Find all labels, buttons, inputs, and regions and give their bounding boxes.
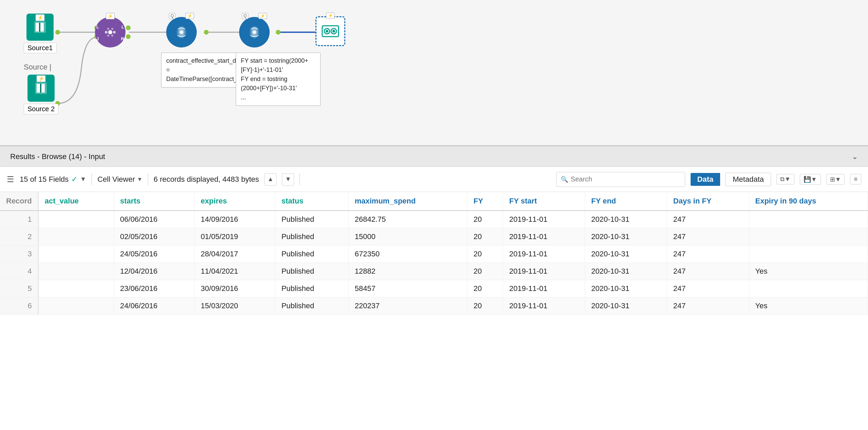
cell-record: 3: [0, 246, 38, 263]
metadata-tab-btn[interactable]: Metadata: [726, 173, 771, 186]
cell-days_in_fy: 247: [667, 297, 749, 315]
svg-point-24: [105, 31, 108, 34]
cell-status: Published: [275, 297, 348, 315]
cell-fy_start: 2019-11-01: [503, 211, 585, 228]
cell-expiry_90: [749, 280, 868, 297]
cell-days_in_fy: 247: [667, 263, 749, 280]
cell-status: Published: [275, 228, 348, 246]
join-R-top: L: [121, 24, 124, 30]
source2-book-icon: [33, 80, 50, 97]
table-row[interactable]: 3 24/05/2016 28/04/2017 Published 672350…: [0, 246, 868, 263]
svg-rect-20: [37, 84, 40, 93]
table-row[interactable]: 1 06/06/2016 14/09/2016 Published 26842.…: [0, 211, 868, 228]
toolbar-separator-1: [92, 173, 92, 185]
source-label: Source |: [24, 63, 52, 72]
more-btn[interactable]: ≡: [850, 174, 861, 184]
svg-point-32: [180, 31, 183, 34]
cell-starts: 02/05/2016: [114, 228, 195, 246]
cell-fy_end: 2020-10-31: [585, 211, 667, 228]
cell-starts: 24/05/2016: [114, 246, 195, 263]
cell-act_value: [38, 246, 114, 263]
svg-point-9: [126, 34, 131, 39]
data-table: Record act_value starts expires status m…: [0, 192, 868, 315]
view-btn[interactable]: ⊞▼: [826, 174, 845, 185]
search-input[interactable]: [571, 175, 681, 183]
col-header-act_value: act_value: [38, 192, 114, 211]
formula1-q: Q: [169, 13, 175, 19]
svg-rect-21: [41, 84, 45, 93]
col-header-days_in_fy: Days in FY: [667, 192, 749, 211]
save-btn[interactable]: 💾▼: [800, 174, 821, 185]
cell-status: Published: [275, 246, 348, 263]
browse-node[interactable]: ⚡: [315, 16, 345, 46]
cell-fy_end: 2020-10-31: [585, 263, 667, 280]
cell-act_value: [38, 228, 114, 246]
join-node[interactable]: ⚡ L J L R: [95, 17, 126, 47]
col-header-expires: expires: [194, 192, 275, 211]
cell-maximum_spend: 58457: [348, 280, 467, 297]
cell-expiry_90: [749, 246, 868, 263]
cell-maximum_spend: 672350: [348, 246, 467, 263]
svg-point-28: [107, 35, 109, 37]
svg-point-13: [276, 30, 281, 35]
svg-point-11: [204, 30, 209, 35]
cell-expires: 30/09/2016: [194, 280, 275, 297]
cell-viewer-btn[interactable]: Cell Viewer ▼: [97, 175, 142, 184]
toolbar-separator-2: [148, 173, 148, 185]
fields-dropdown-btn[interactable]: 15 of 15 Fields ✓ ▼: [20, 175, 86, 184]
copy-btn[interactable]: ⧉▼: [776, 174, 794, 184]
records-info: 6 records displayed, 4483 bytes: [154, 175, 259, 184]
col-header-status: status: [275, 192, 348, 211]
cell-viewer-label: Cell Viewer: [97, 175, 135, 184]
svg-point-23: [108, 30, 112, 34]
results-panel: Results - Browse (14) - Input ⌄ ☰ 15 of …: [0, 146, 868, 430]
join-pattern: [103, 25, 117, 39]
cell-fy: 20: [467, 211, 503, 228]
cell-act_value: [38, 280, 114, 297]
data-tab-btn[interactable]: Data: [691, 173, 720, 186]
join-R-bottom: R: [121, 36, 124, 41]
browse-icon: [322, 24, 339, 39]
cell-act_value: [38, 297, 114, 315]
cell-maximum_spend: 220237: [348, 297, 467, 315]
cell-act_value: [38, 263, 114, 280]
source1-node[interactable]: ⚡ Source1: [24, 14, 57, 53]
formula1-tooltip: contract_effective_start_date = DateTime…: [161, 53, 243, 87]
search-icon: 🔍: [561, 176, 568, 183]
table-row[interactable]: 5 23/06/2016 30/09/2016 Published 58457 …: [0, 280, 868, 297]
cell-fy_start: 2019-11-01: [503, 297, 585, 315]
cell-fy: 20: [467, 280, 503, 297]
cell-fy: 20: [467, 246, 503, 263]
svg-point-25: [113, 31, 116, 34]
cell-expiry_90: [749, 228, 868, 246]
cell-expires: 01/05/2019: [194, 228, 275, 246]
table-row[interactable]: 6 24/06/2016 15/03/2020 Published 220237…: [0, 297, 868, 315]
formula1-node[interactable]: Q ⚡: [166, 17, 197, 47]
cell-days_in_fy: 247: [667, 246, 749, 263]
formula1-icon: [173, 24, 190, 41]
svg-point-40: [332, 30, 335, 33]
cell-fy_start: 2019-11-01: [503, 263, 585, 280]
col-header-fy_start: FY start: [503, 192, 585, 211]
cell-status: Published: [275, 280, 348, 297]
table-row[interactable]: 2 02/05/2016 01/05/2019 Published 15000 …: [0, 228, 868, 246]
panel-title: Results - Browse (14) - Input: [10, 152, 105, 161]
cell-days_in_fy: 247: [667, 211, 749, 228]
cell-record: 2: [0, 228, 38, 246]
svg-point-29: [111, 35, 113, 37]
sort-down-btn[interactable]: ▼: [282, 173, 294, 185]
data-toolbar: ☰ 15 of 15 Fields ✓ ▼ Cell Viewer ▼ 6 re…: [0, 167, 868, 192]
formula2-node[interactable]: Q ⚡: [239, 17, 270, 47]
search-container: 🔍: [556, 172, 685, 187]
svg-point-38: [326, 30, 328, 33]
cell-fy: 20: [467, 263, 503, 280]
sort-up-btn[interactable]: ▲: [264, 173, 276, 185]
formula2-tooltip: FY start = tostring(2000+[FY]-1)+'-11-01…: [236, 53, 321, 106]
cell-expires: 11/04/2021: [194, 263, 275, 280]
source2-lightning: ⚡: [37, 75, 46, 82]
cell-record: 4: [0, 263, 38, 280]
table-row[interactable]: 4 12/04/2016 11/04/2021 Published 12882 …: [0, 263, 868, 280]
panel-collapse-btn[interactable]: ⌄: [852, 152, 858, 161]
source2-node[interactable]: ⚡ Source 2: [24, 75, 58, 114]
cell-maximum_spend: 26842.75: [348, 211, 467, 228]
